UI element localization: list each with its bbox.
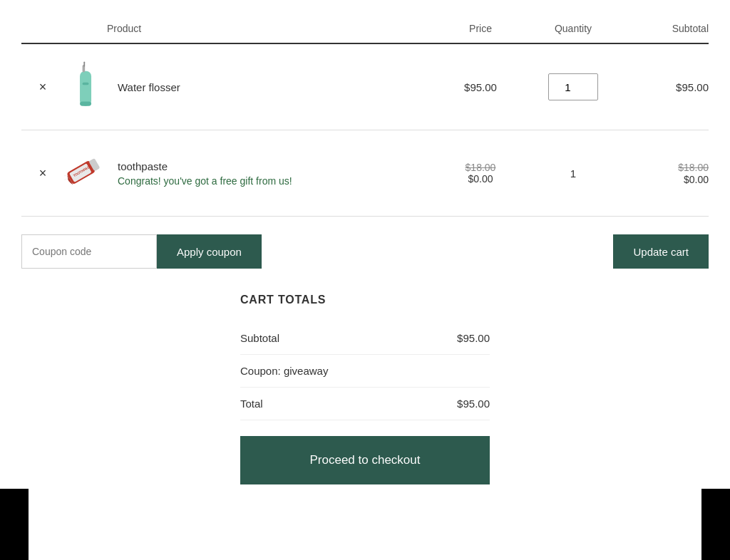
totals-coupon-label: Coupon: giveaway (240, 365, 328, 377)
totals-subtotal-label: Subtotal (240, 332, 279, 344)
toothpaste-subtotal: $18.00 $0.00 (623, 162, 709, 185)
toothpaste-qty: 1 (523, 167, 623, 180)
toothpaste-price: $18.00 $0.00 (438, 162, 523, 185)
toothpaste-price-original: $18.00 (438, 162, 523, 173)
header-price: Price (438, 23, 523, 34)
svg-rect-2 (83, 61, 85, 66)
water-flosser-image (64, 58, 107, 115)
free-gift-message: Congrats! you've got a free gift from us… (118, 175, 438, 187)
totals-total-value: $95.00 (457, 398, 490, 410)
toothpaste-name: toothpaste (118, 160, 168, 172)
toothpaste-quantity-value: 1 (570, 167, 576, 180)
coupon-left: Apply coupon (21, 234, 262, 269)
cart-row-water-flosser: × Water flosser $95.00 $95.0 (21, 44, 709, 130)
toothpaste-info: toothpaste Congrats! you've got a free g… (107, 160, 438, 187)
black-bar-left (0, 489, 29, 499)
coupon-row: Apply coupon Update cart (21, 217, 709, 286)
remove-toothpaste-button[interactable]: × (21, 166, 64, 181)
svg-rect-3 (82, 83, 88, 85)
update-cart-button[interactable]: Update cart (613, 234, 709, 269)
cart-row-toothpaste: × TOOTHPASTE (21, 130, 709, 217)
totals-total-label: Total (240, 398, 263, 410)
black-bar-right (701, 489, 730, 499)
toothpaste-image: TOOTHPASTE (64, 145, 107, 202)
water-flosser-quantity-input[interactable] (548, 73, 598, 100)
water-flosser-price: $95.00 (438, 81, 523, 93)
header-quantity: Quantity (523, 23, 623, 34)
totals-subtotal-row: Subtotal $95.00 (240, 322, 490, 355)
totals-subtotal-value: $95.00 (457, 332, 490, 344)
cart-totals-title: CART TOTALS (240, 294, 490, 306)
remove-water-flosser-button[interactable]: × (21, 80, 64, 95)
water-flosser-subtotal: $95.00 (623, 81, 709, 93)
totals-coupon-row: Coupon: giveaway (240, 355, 490, 388)
svg-rect-4 (80, 101, 91, 105)
cart-totals-section: CART TOTALS Subtotal $95.00 Coupon: give… (21, 294, 709, 484)
cart-totals-inner: CART TOTALS Subtotal $95.00 Coupon: give… (240, 294, 490, 484)
toothpaste-subtotal-original: $18.00 (623, 162, 709, 173)
coupon-input[interactable] (21, 234, 157, 269)
toothpaste-price-sale: $0.00 (438, 173, 523, 185)
header-product: Product (107, 23, 438, 34)
proceed-to-checkout-button[interactable]: Proceed to checkout (240, 436, 490, 484)
water-flosser-qty (523, 73, 623, 100)
toothpaste-subtotal-sale: $0.00 (684, 174, 709, 185)
header-subtotal: Subtotal (623, 23, 709, 34)
cart-header: Product Price Quantity Subtotal (21, 14, 709, 44)
totals-total-row: Total $95.00 (240, 388, 490, 420)
water-flosser-info: Water flosser (107, 81, 438, 93)
apply-coupon-button[interactable]: Apply coupon (157, 234, 262, 269)
svg-rect-0 (80, 71, 91, 106)
water-flosser-name: Water flosser (118, 81, 180, 93)
